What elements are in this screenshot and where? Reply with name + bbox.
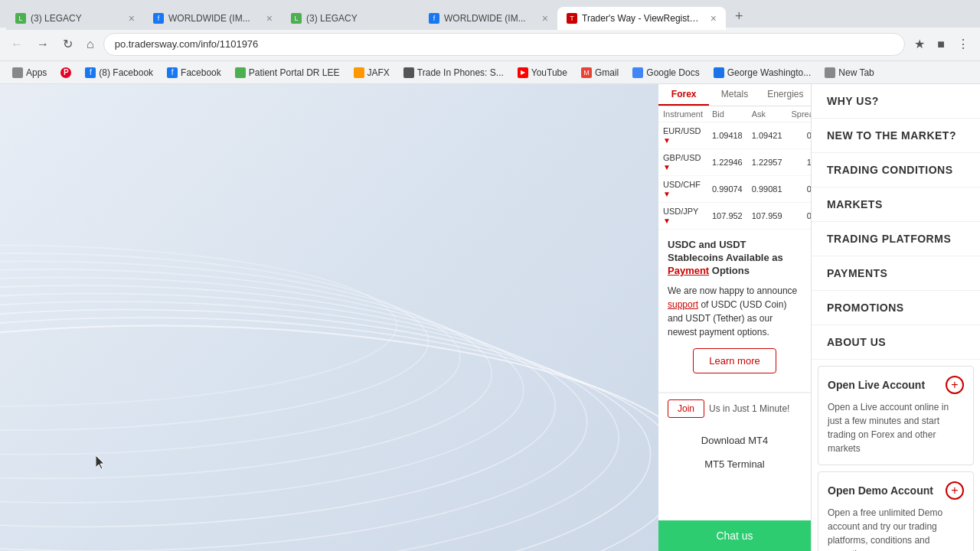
join-button[interactable]: Join	[668, 399, 704, 418]
bookmark-youtube[interactable]: ▶ YouTube	[511, 66, 573, 80]
tab-legacy-2[interactable]: L (3) LEGACY	[282, 7, 420, 30]
bookmark-gwashington[interactable]: George Washingto...	[707, 66, 818, 80]
bookmark-trade-phones[interactable]: Trade In Phones: S...	[397, 66, 510, 80]
stablecoin-title: USDC and USDT Stablecoins Available as P…	[668, 239, 802, 278]
gwashington-icon	[714, 67, 724, 78]
right-nav-item-about-us[interactable]: ABOUT US	[812, 325, 980, 360]
reload-button[interactable]: ↻	[58, 34, 77, 54]
back-button[interactable]: ←	[6, 34, 28, 54]
tab-favicon-4: f	[429, 13, 439, 24]
market-bid: 107.952	[707, 203, 747, 230]
market-tabs: Forex Metals Energies	[658, 84, 811, 106]
market-bid: 1.09418	[707, 122, 747, 149]
stablecoin-section: USDC and USDT Stablecoins Available as P…	[658, 230, 811, 393]
bookmark-gwashington-label: George Washingto...	[727, 67, 812, 78]
home-button[interactable]: ⌂	[82, 34, 99, 54]
trend-icon: ▼	[663, 163, 671, 171]
demo-account-title: Open Demo Account	[828, 484, 933, 497]
right-nav-item-markets[interactable]: MARKETS	[812, 187, 980, 222]
demo-account-card: Open Demo Account + Open a free unlimite…	[818, 471, 974, 551]
bookmark-apps-label: Apps	[26, 67, 47, 78]
live-account-plus-button[interactable]: +	[946, 376, 964, 394]
tab-close-1[interactable]: ×	[129, 12, 135, 24]
trend-icon: ▼	[663, 136, 671, 145]
stablecoin-body-text1: We are now happy to announce	[668, 285, 797, 296]
col-spread: Spread	[787, 106, 812, 122]
download-mt4-link[interactable]: Download MT4	[658, 429, 811, 452]
bookmark-gmail[interactable]: M Gmail	[575, 66, 625, 80]
browser-frame: L (3) LEGACY × f WORLDWIDE (IM... × L (3…	[0, 0, 980, 551]
youtube-icon: ▶	[518, 67, 528, 78]
market-table-row: GBP/USD ▼ 1.22946 1.22957 1.1	[658, 149, 812, 176]
right-nav-item-trading-conditions[interactable]: TRADING CONDITIONS	[812, 153, 980, 187]
tab-close-5[interactable]: ×	[710, 12, 717, 24]
bookmark-gmail-label: Gmail	[595, 67, 619, 78]
learn-more-button[interactable]: Learn more	[693, 348, 776, 373]
market-table-row: USD/JPY ▼ 107.952 107.959 0.7	[658, 203, 812, 230]
market-table-row: USD/CHF ▼ 0.99074 0.99081 0.7	[658, 176, 812, 203]
extensions-button[interactable]: ■	[933, 34, 949, 54]
market-bid: 0.99074	[707, 176, 747, 203]
bookmark-jafx[interactable]: JAFX	[348, 66, 396, 80]
right-nav-item-trading-platforms[interactable]: TRADING PLATFORMS	[812, 222, 980, 256]
address-bar[interactable]	[103, 33, 906, 56]
apps-icon	[12, 67, 23, 78]
chat-button[interactable]: Chat us	[658, 520, 811, 551]
stablecoin-title-text: USDC and USDT Stablecoins Available as P…	[668, 239, 783, 276]
demo-account-body: Open a free unlimited Demo account and t…	[828, 506, 964, 551]
market-table-row: EUR/USD ▼ 1.09418 1.09421 0.3	[658, 122, 812, 149]
wave-background	[0, 84, 658, 551]
tab-close-2[interactable]: ×	[266, 12, 273, 24]
bookmark-newtab[interactable]: New Tab	[818, 66, 880, 80]
market-tab-energies[interactable]: Energies	[760, 84, 811, 106]
col-ask: Ask	[747, 106, 787, 122]
bookmark-gdocs[interactable]: Google Docs	[626, 66, 705, 80]
tab-legacy-1[interactable]: L (3) LEGACY ×	[6, 7, 144, 30]
right-nav-item-new-market[interactable]: NEW TO THE MARKET?	[812, 119, 980, 153]
bookmark-patient-portal[interactable]: Patient Portal DR LEE	[229, 66, 346, 80]
jafx-icon	[354, 67, 364, 78]
svg-point-5	[0, 285, 555, 527]
tab-bar: L (3) LEGACY × f WORLDWIDE (IM... × L (3…	[0, 0, 980, 28]
support-link[interactable]: support	[668, 299, 698, 310]
bookmark-apps[interactable]: Apps	[6, 66, 53, 80]
market-ask: 0.99081	[747, 176, 787, 203]
main-content	[0, 84, 658, 551]
tab-favicon-5: T	[567, 13, 577, 24]
mt5-terminal-link[interactable]: MT5 Terminal	[658, 452, 811, 476]
market-spread: 0.7	[787, 203, 812, 230]
new-tab-button[interactable]: +	[729, 8, 750, 24]
live-account-card: Open Live Account + Open a Live account …	[818, 366, 974, 465]
bookmark-patient-portal-label: Patient Portal DR LEE	[249, 67, 340, 78]
tab-tradersway[interactable]: T Trader's Way - ViewRegisteredA... ×	[557, 7, 726, 30]
menu-button[interactable]: ⋮	[952, 34, 974, 54]
market-tab-forex[interactable]: Forex	[658, 84, 709, 106]
join-section: Join Us in Just 1 Minute!	[658, 393, 811, 424]
tab-worldwide-2[interactable]: f WORLDWIDE (IM... ×	[420, 7, 557, 30]
payment-link[interactable]: Payment	[668, 265, 709, 276]
bookmark-facebook-label: Facebook	[181, 67, 221, 78]
tab-close-4[interactable]: ×	[542, 12, 548, 24]
bookmark-facebook8[interactable]: f (8) Facebook	[79, 66, 159, 80]
market-instrument: EUR/USD ▼	[658, 122, 707, 149]
tab-title-4: WORLDWIDE (IM...	[444, 13, 534, 24]
right-nav-item-payments[interactable]: PAYMENTS	[812, 256, 980, 291]
live-account-header: Open Live Account +	[828, 376, 964, 394]
pinterest-icon: P	[60, 67, 71, 78]
market-tab-metals[interactable]: Metals	[709, 84, 760, 106]
bookmark-star-button[interactable]: ★	[910, 34, 929, 54]
bookmark-pinterest[interactable]: P	[54, 66, 77, 80]
right-nav-item-promotions[interactable]: PROMOTIONS	[812, 291, 980, 325]
forward-button[interactable]: →	[32, 34, 54, 54]
tab-favicon-2: f	[153, 13, 164, 24]
col-bid: Bid	[707, 106, 747, 122]
market-bid: 1.22946	[707, 149, 747, 176]
tab-worldwide-1[interactable]: f WORLDWIDE (IM... ×	[144, 7, 282, 30]
demo-account-plus-button[interactable]: +	[946, 481, 964, 500]
facebook8-icon: f	[85, 67, 96, 78]
live-account-title: Open Live Account	[828, 379, 925, 391]
right-nav-item-why-us[interactable]: WHY US?	[812, 84, 980, 119]
bookmark-newtab-label: New Tab	[838, 67, 874, 78]
bookmark-facebook[interactable]: f Facebook	[161, 66, 227, 80]
market-panel: Forex Metals Energies Instrument Bid Ask…	[658, 84, 812, 551]
